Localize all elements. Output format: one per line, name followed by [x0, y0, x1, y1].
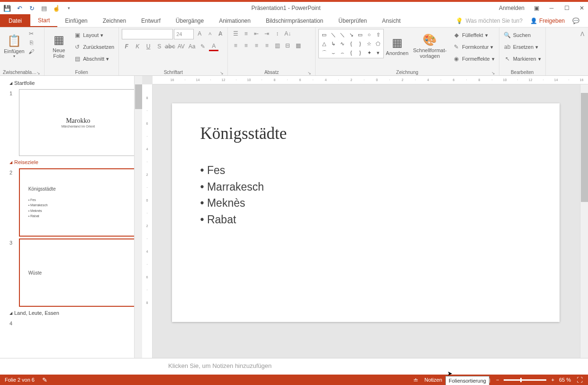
italic-icon[interactable]: K — [133, 42, 142, 51]
spacing-icon[interactable]: AV — [176, 42, 186, 51]
zoom-level-label[interactable]: 65 % — [559, 377, 571, 383]
tab-animations[interactable]: Animationen — [211, 14, 258, 27]
slide-title[interactable]: Königsstädte — [200, 124, 531, 143]
qat-more-icon[interactable]: ▾ — [64, 4, 73, 12]
thumbs-scrollbar[interactable] — [134, 76, 142, 358]
fit-to-window-icon[interactable]: ⛶ — [576, 376, 583, 384]
drawing-launcher-icon[interactable]: ↘ — [491, 71, 496, 75]
paragraph-launcher-icon[interactable]: ↘ — [308, 71, 312, 75]
touch-mode-icon[interactable]: ☝ — [52, 4, 61, 12]
comments-icon[interactable]: 💬 — [572, 18, 579, 24]
shape-rect-icon[interactable]: ▭ — [320, 30, 328, 39]
format-painter-icon[interactable]: 🖌 — [27, 48, 35, 55]
shape-brace2-icon[interactable]: } — [356, 39, 364, 48]
slide-thumb-3[interactable]: Wüste — [19, 238, 137, 307]
section-header-2[interactable]: ◢Reiseziele — [9, 158, 137, 166]
tab-review[interactable]: Überprüfen — [331, 14, 374, 27]
slide-thumb-1[interactable]: Marokko Märchenland im Orient — [19, 89, 137, 156]
decrease-indent-icon[interactable]: ⇤ — [252, 29, 261, 38]
redo-icon[interactable]: ↻ — [27, 4, 36, 12]
change-case-icon[interactable]: Aa — [187, 42, 197, 51]
start-from-beginning-icon[interactable]: ▤ — [40, 4, 48, 12]
underline-icon[interactable]: U — [144, 42, 153, 51]
clipboard-launcher-icon[interactable]: ↘ — [36, 71, 41, 75]
align-center-icon[interactable]: ≡ — [241, 41, 251, 50]
shape-line2-icon[interactable]: ＼ — [338, 30, 346, 39]
shape-outline-button[interactable]: ✎Formkontur ▾ — [451, 42, 496, 52]
shape-arc3-icon[interactable]: ⌢ — [338, 48, 346, 57]
tab-file[interactable]: Datei — [0, 14, 30, 27]
share-button[interactable]: 👤 Freigeben — [530, 18, 565, 24]
copy-icon[interactable]: ⎘ — [27, 39, 35, 46]
replace-button[interactable]: abErsetzen ▾ — [502, 42, 543, 52]
cut-icon[interactable]: ✂ — [27, 30, 35, 37]
notes-pane[interactable]: Klicken Sie, um Notizen hinzuzufügen — [0, 358, 588, 375]
text-direction-icon[interactable]: A↓ — [283, 29, 292, 38]
slide-count-label[interactable]: Folie 2 von 6 — [5, 377, 35, 383]
font-size-combo[interactable] — [174, 29, 194, 39]
clear-format-icon[interactable]: A̷ — [216, 29, 225, 38]
section-button[interactable]: ▤Abschnitt ▾ — [72, 54, 116, 64]
undo-icon[interactable]: ↶ — [15, 4, 24, 12]
align-right-icon[interactable]: ≡ — [252, 41, 261, 50]
shape-line-icon[interactable]: ＼ — [329, 30, 337, 39]
edit-scroll-handle[interactable] — [581, 93, 588, 202]
shapes-gallery[interactable]: ▭＼＼↘▭○⇧ △↳∿{}☆⬠ ⌒⌣⌢{}✦▾ — [318, 29, 384, 58]
reset-button[interactable]: ↺Zurücksetzen — [72, 42, 116, 52]
shape-more-icon[interactable]: ▾ — [374, 48, 382, 57]
justify-icon[interactable]: ≡ — [262, 41, 271, 50]
font-launcher-icon[interactable]: ↘ — [220, 71, 225, 75]
shape-effects-button[interactable]: ◉Formeffekte ▾ — [451, 54, 496, 64]
numbering-icon[interactable]: ≡ — [241, 29, 251, 38]
line-spacing-icon[interactable]: ↕ — [272, 29, 282, 38]
edit-vertical-scrollbar[interactable] — [580, 84, 588, 358]
select-button[interactable]: ↖Markieren ▾ — [502, 54, 543, 64]
shape-paren-icon[interactable]: { — [347, 48, 355, 57]
ribbon-display-icon[interactable]: ▣ — [533, 5, 540, 11]
decrease-font-icon[interactable]: A — [205, 29, 215, 38]
shape-star-icon[interactable]: ☆ — [365, 39, 373, 48]
bullets-icon[interactable]: ☰ — [231, 29, 240, 38]
shape-oval-icon[interactable]: ○ — [365, 30, 373, 39]
save-icon[interactable]: 💾 — [3, 4, 11, 12]
collapse-ribbon-icon[interactable]: ᐱ — [580, 31, 584, 37]
shape-arrow-icon[interactable]: ↘ — [347, 30, 355, 39]
smartart-icon[interactable]: ▦ — [293, 41, 303, 50]
shape-arrow2-icon[interactable]: ⇧ — [374, 30, 382, 39]
increase-font-icon[interactable]: A — [195, 29, 204, 38]
shape-connector-icon[interactable]: ↳ — [329, 39, 337, 48]
tab-design[interactable]: Entwurf — [134, 14, 168, 27]
vertical-ruler[interactable]: 8·6·4·2·0·2·4·6·8 — [142, 84, 153, 358]
shadow-icon[interactable]: S — [154, 42, 164, 51]
increase-indent-icon[interactable]: ⇥ — [262, 29, 271, 38]
zoom-in-icon[interactable]: + — [551, 377, 554, 383]
shape-star2-icon[interactable]: ✦ — [365, 48, 373, 57]
columns-icon[interactable]: ▥ — [272, 41, 282, 50]
bold-icon[interactable]: F — [122, 42, 131, 51]
font-color-icon[interactable]: A — [209, 42, 218, 51]
section-header-1[interactable]: ◢Startfolie — [9, 79, 137, 87]
notes-toggle-icon[interactable]: ≐ — [412, 376, 420, 384]
arrange-button[interactable]: ▦ Anordnen — [386, 29, 408, 62]
thumbs-scroll-handle[interactable] — [135, 84, 142, 109]
shape-brace-icon[interactable]: { — [347, 39, 355, 48]
shape-rect2-icon[interactable]: ▭ — [356, 30, 364, 39]
login-link[interactable]: Anmelden — [499, 5, 525, 11]
notes-toggle-label[interactable]: Notizen — [425, 377, 442, 383]
zoom-slider-thumb[interactable] — [520, 378, 522, 382]
new-slide-button[interactable]: ▦ Neue Folie — [47, 29, 70, 62]
zoom-slider[interactable] — [504, 379, 546, 381]
zoom-out-icon[interactable]: − — [496, 377, 499, 383]
shape-arc-icon[interactable]: ⌒ — [320, 48, 328, 57]
shape-paren2-icon[interactable]: } — [356, 48, 364, 57]
align-text-icon[interactable]: ⊟ — [283, 41, 292, 50]
tab-view[interactable]: Ansicht — [374, 14, 408, 27]
tab-home[interactable]: Start — [30, 14, 57, 27]
font-family-combo[interactable] — [122, 29, 173, 39]
minimize-icon[interactable]: ─ — [548, 5, 555, 11]
maximize-icon[interactable]: ☐ — [563, 5, 570, 11]
shape-triangle-icon[interactable]: △ — [320, 39, 328, 48]
slide-body[interactable]: Fes Marrakesch Meknès Rabat — [200, 162, 531, 228]
layout-button[interactable]: ▣Layout ▾ — [72, 30, 116, 40]
shape-pentagon-icon[interactable]: ⬠ — [374, 39, 382, 48]
